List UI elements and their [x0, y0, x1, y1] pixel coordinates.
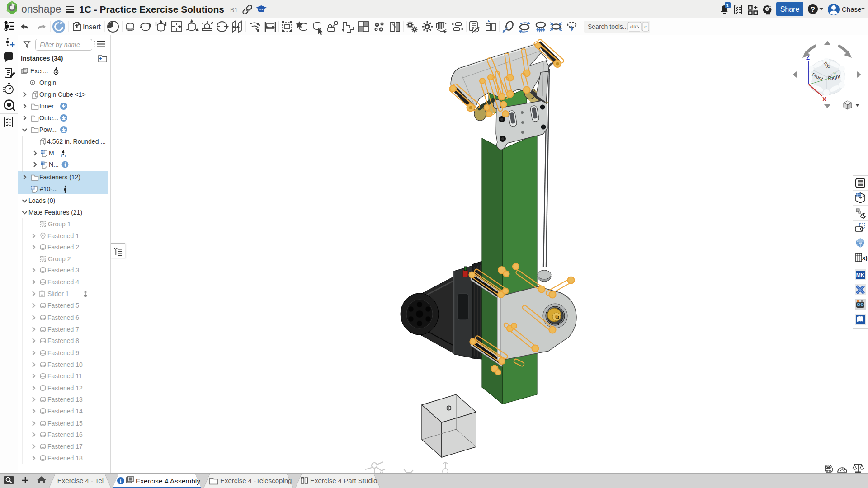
svg-text:Exercise 4 -Telescoping: Exercise 4 -Telescoping [220, 477, 292, 484]
svg-text:Instances (34): Instances (34) [21, 55, 63, 62]
svg-text:Exercise 4 - Tel: Exercise 4 - Tel [57, 477, 104, 484]
svg-text:alt/: alt/ [630, 24, 637, 29]
svg-text:X: X [822, 96, 826, 103]
svg-text:Filter by name: Filter by name [40, 41, 80, 48]
svg-text:B1: B1 [230, 6, 238, 14]
svg-text:x): x) [862, 254, 868, 261]
svg-text:1: 1 [726, 3, 729, 8]
svg-text:Y: Y [833, 71, 837, 77]
svg-text:1C - Practice Exercise Solutio: 1C - Practice Exercise Solutions [79, 4, 224, 14]
svg-text:Chase: Chase [842, 5, 861, 13]
svg-text:?: ? [811, 5, 815, 14]
svg-text:MK: MK [856, 272, 865, 278]
svg-text:Exercise 4 Assembly: Exercise 4 Assembly [136, 477, 200, 485]
svg-text:Search tools...: Search tools... [588, 23, 628, 30]
svg-text:c: c [644, 24, 647, 29]
svg-text:onshape: onshape [21, 3, 61, 15]
svg-text:Exercise 4 Part Studio: Exercise 4 Part Studio [310, 477, 377, 484]
svg-text:Insert: Insert [83, 23, 101, 31]
svg-text:Share: Share [780, 5, 800, 13]
